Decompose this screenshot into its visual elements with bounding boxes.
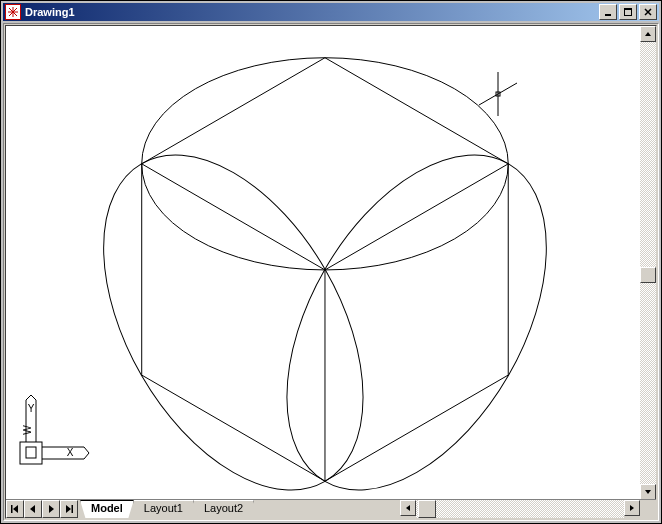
window-title: Drawing1 [25, 6, 75, 18]
tab-layout2[interactable]: Layout2 [193, 500, 254, 518]
vertical-scroll-track[interactable] [640, 42, 656, 484]
tab-nav-next-button[interactable] [42, 500, 60, 518]
tab-nav-first-button[interactable] [6, 500, 24, 518]
scrollbar-corner [640, 500, 656, 518]
app-icon [5, 4, 21, 20]
svg-point-6 [233, 111, 600, 500]
client-area: Y W X [3, 23, 659, 521]
close-button[interactable] [639, 4, 657, 20]
scroll-right-button[interactable] [624, 500, 640, 516]
tab-layout1[interactable]: Layout1 [133, 500, 194, 518]
scroll-down-button[interactable] [640, 484, 656, 500]
tab-model-label: Model [91, 502, 123, 514]
model-drawing [6, 26, 640, 500]
svg-rect-13 [72, 505, 74, 513]
vertical-scroll-thumb[interactable] [640, 267, 656, 283]
tab-nav-last-button[interactable] [60, 500, 78, 518]
vertical-scrollbar[interactable] [640, 26, 656, 500]
horizontal-scroll-thumb[interactable] [418, 500, 436, 518]
bottom-bar: Model Layout1 Layout2 [6, 499, 656, 518]
tab-nav-prev-button[interactable] [24, 500, 42, 518]
horizontal-scroll-track[interactable] [416, 500, 624, 518]
scroll-left-button[interactable] [400, 500, 416, 516]
scroll-up-button[interactable] [640, 26, 656, 42]
app-window: Drawing1 [0, 0, 662, 524]
maximize-button[interactable] [619, 4, 637, 20]
minimize-button[interactable] [599, 4, 617, 20]
svg-rect-1 [605, 14, 611, 16]
tab-model[interactable]: Model [80, 500, 134, 518]
horizontal-scrollbar[interactable] [400, 500, 640, 518]
tab-layout2-label: Layout2 [204, 502, 243, 514]
svg-rect-3 [624, 8, 632, 10]
tab-layout1-label: Layout1 [144, 502, 183, 514]
svg-point-5 [50, 111, 417, 500]
drawing-canvas[interactable]: Y W X [6, 26, 640, 500]
window-buttons [599, 4, 657, 20]
titlebar[interactable]: Drawing1 [3, 3, 659, 21]
svg-point-4 [142, 58, 509, 270]
svg-rect-12 [11, 505, 13, 513]
layout-tabs: Model Layout1 Layout2 [78, 500, 400, 518]
